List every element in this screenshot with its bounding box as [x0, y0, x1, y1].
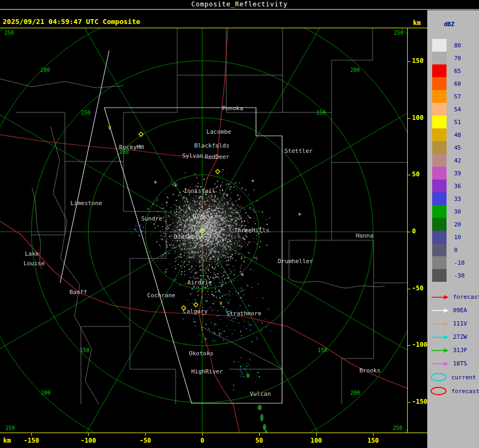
bottom-axis-label: 150 — [362, 437, 384, 444]
city-label-stettler: Stettler — [285, 148, 313, 154]
legend-arrow-label: 27ZW — [453, 333, 467, 340]
ellipse-icon — [429, 385, 449, 397]
city-label-didsbury: Didsbury — [174, 233, 202, 240]
colorbar-level: 70 — [428, 52, 479, 64]
bottom-axis-tick — [373, 433, 374, 436]
chevron-marker-icon: v — [219, 300, 222, 306]
colorbar-swatch — [432, 231, 447, 243]
colorbar-value: 54 — [454, 106, 461, 113]
colorbar-level: 80 — [428, 39, 479, 52]
svg-text:150: 150 — [318, 347, 327, 353]
city-label-blackfalds: Blackfalds — [194, 142, 229, 149]
right-axis-tick — [408, 61, 410, 62]
colorbar-levels: 807065605754514845423936333020100-10-30 — [428, 39, 479, 282]
colorbar-value: 10 — [454, 234, 461, 241]
city-label-lacombe: Lacombe — [207, 128, 231, 135]
colorbar-value: 20 — [454, 221, 461, 228]
colorbar-value: 30 — [454, 208, 461, 215]
colorbar-value: 57 — [454, 93, 461, 100]
bottom-axis-label: 100 — [305, 437, 327, 444]
right-axis-label: 150 — [412, 57, 424, 64]
svg-text:250: 250 — [393, 425, 402, 431]
right-axis-label: 0 — [412, 227, 416, 235]
city-label-hanna: Hanna — [356, 232, 373, 239]
ellipse-icon — [429, 371, 449, 383]
radar-map-svg[interactable]: 250200150100150200250150200250150200250P… — [0, 28, 407, 433]
bottom-axis-tick — [88, 433, 89, 436]
colorbar-value: 48 — [454, 132, 461, 139]
colorbar-level: 45 — [428, 141, 479, 154]
svg-text:200: 200 — [40, 67, 50, 73]
colorbar-swatch — [432, 90, 447, 103]
legend-ellipse-row: forecast — [428, 384, 479, 398]
right-axis-label: -150 — [412, 398, 427, 405]
bottom-axis-tick — [145, 433, 146, 436]
timestamp: 2025/09/21 04:59:47 UTC Composite — [3, 18, 140, 26]
colorbar-swatch — [432, 52, 447, 64]
colorbar-level: -10 — [428, 256, 479, 269]
right-axis-tick — [408, 232, 410, 232]
colorbar-value: -30 — [454, 272, 465, 279]
svg-text:200: 200 — [350, 390, 360, 396]
bottom-axis-label: -100 — [78, 437, 99, 444]
colorbar-value: 51 — [454, 119, 461, 126]
chevron-marker-icon: v — [108, 125, 111, 131]
map-viewport[interactable]: 250200150100150200250150200250150200250P… — [0, 28, 407, 433]
colorbar-level: 0 — [428, 243, 479, 256]
right-axis-tick — [408, 345, 410, 346]
colorbar-value: 0 — [454, 247, 458, 254]
city-label-drumheller: Drumheller — [278, 258, 313, 265]
track-arrow-icon — [431, 347, 450, 354]
right-axis-tick — [408, 289, 410, 289]
colorbar-swatch — [432, 64, 447, 77]
svg-text:250: 250 — [394, 30, 403, 36]
radar-site-diamond-icon — [216, 169, 220, 174]
city-label-strathmore: Strathmore — [226, 310, 261, 317]
colorbar-value: 80 — [454, 42, 461, 49]
colorbar-swatch — [432, 39, 447, 52]
colorbar-swatch — [432, 269, 447, 282]
bottom-axis-tick — [259, 433, 260, 436]
bottom-axis-tick — [31, 433, 32, 436]
colorbar-value: -10 — [454, 259, 465, 266]
right-axis-unit: km — [413, 19, 420, 27]
legend-arrow-row: 31JP — [428, 344, 479, 357]
radar-site-diamond-icon — [194, 303, 198, 307]
track-arrow-icon — [431, 294, 450, 300]
city-label-innisfail: Innisfail — [184, 188, 216, 194]
colorbar-level: 51 — [428, 116, 479, 128]
colorbar-swatch — [432, 154, 447, 167]
city-label-olds: Olds — [193, 213, 207, 220]
right-axis-tick — [408, 175, 410, 175]
colorbar-level: -30 — [428, 269, 479, 282]
city-label-vulcan: Vulcan — [250, 390, 271, 397]
precip-cell — [258, 405, 262, 410]
legend-ellipse-row: current — [428, 370, 479, 384]
right-axis: 150100500-50-100-150 — [408, 28, 427, 433]
track-arrow-icon — [431, 307, 450, 314]
colorbar-value: 36 — [454, 183, 461, 190]
bottom-axis-label: 0 — [192, 437, 213, 444]
bottom-axis-label: 50 — [249, 437, 270, 444]
colorbar-value: 65 — [454, 68, 461, 75]
colorbar-value: 33 — [454, 196, 461, 202]
city-label-ponoka: Ponoka — [222, 105, 243, 112]
colorbar-level: 60 — [428, 77, 479, 90]
colorbar-level: 54 — [428, 103, 479, 116]
legend-ellipse-label: current — [451, 374, 476, 381]
legend-ellipse-label: forecast — [451, 388, 479, 395]
track-arrow-icon — [431, 334, 450, 340]
legend-sidebar: dBZ 807065605754514845423936333020100-10… — [427, 10, 479, 448]
right-axis-label: -50 — [412, 284, 424, 292]
city-label-threehills: ThreeHills — [234, 227, 269, 234]
svg-text:250: 250 — [4, 30, 14, 36]
colorbar-swatch — [432, 243, 447, 256]
header-divider-line — [0, 28, 427, 28]
window-title: Composite_Reflectivity — [192, 1, 288, 8]
right-axis-label: -100 — [412, 341, 427, 348]
city-label-lake: Lake — [25, 250, 39, 257]
bottom-axis-unit: km — [3, 437, 11, 444]
precip-cell — [263, 424, 266, 430]
colorbar-level: 20 — [428, 218, 479, 231]
colorbar-level: 33 — [428, 192, 479, 205]
